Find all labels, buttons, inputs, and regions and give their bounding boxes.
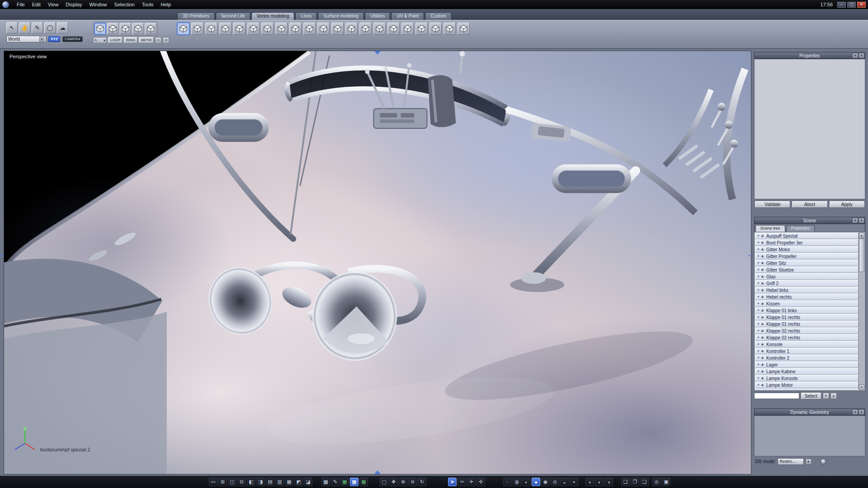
brush-icon[interactable]: ✎ bbox=[32, 22, 43, 33]
vm-tool-15-icon[interactable] bbox=[373, 23, 386, 35]
scene-tree-item[interactable]: ✦ ◉ Lampe Motor bbox=[755, 382, 859, 388]
material-icon[interactable]: ✦ bbox=[756, 268, 760, 272]
material-icon[interactable]: ✦ bbox=[756, 288, 760, 292]
grid-snap-icon[interactable]: ▦ bbox=[340, 478, 349, 486]
visibility-icon[interactable]: ◉ bbox=[760, 363, 764, 366]
layout-rows-icon[interactable]: ▤ bbox=[266, 478, 274, 486]
wireframe-icon[interactable]: ◌ bbox=[503, 478, 512, 486]
maximize-button[interactable]: ▢ bbox=[847, 2, 856, 8]
frame-selection-icon[interactable]: ▢ bbox=[380, 478, 388, 486]
paint-select-icon[interactable]: ✑ bbox=[458, 478, 466, 486]
material-icon[interactable]: ✦ bbox=[756, 322, 760, 326]
selection-object-icon[interactable] bbox=[132, 23, 144, 34]
left-splitter-arrow-icon[interactable]: ◂ bbox=[0, 253, 3, 258]
vm-tool-09-icon[interactable] bbox=[289, 23, 302, 35]
axis-constraint-icon[interactable]: ✣ bbox=[476, 478, 485, 486]
abort-button[interactable]: Abort bbox=[792, 201, 827, 208]
visibility-icon[interactable]: ◉ bbox=[760, 282, 764, 285]
material-icon[interactable]: ✦ bbox=[756, 234, 760, 238]
material-icon[interactable]: ✦ bbox=[756, 248, 760, 251]
material-icon[interactable]: ✦ bbox=[756, 343, 760, 346]
visibility-icon[interactable]: ◉ bbox=[760, 254, 764, 258]
ribbon-tab[interactable]: Utilities bbox=[365, 12, 390, 20]
visibility-icon[interactable]: ◉ bbox=[760, 275, 764, 278]
right-splitter-arrow-icon[interactable]: ▸ bbox=[749, 253, 751, 258]
select-extra-icon[interactable]: ⊙ bbox=[163, 37, 169, 43]
scene-tree-item[interactable]: ✦ ◉ Kontroller 2 bbox=[755, 355, 859, 361]
layout-three-right-icon[interactable]: ◨ bbox=[256, 478, 265, 486]
menu-item[interactable]: Help bbox=[157, 2, 175, 7]
layout-grid-icon[interactable]: ▦ bbox=[285, 478, 293, 486]
scroll-down-icon[interactable]: ▼ bbox=[859, 385, 864, 390]
dg-mode-dropdown[interactable]: Restric... bbox=[778, 458, 804, 465]
visibility-icon[interactable]: ◉ bbox=[760, 309, 764, 312]
scene-tree-item[interactable]: ✦ ◉ Gitter Sitz bbox=[755, 260, 859, 266]
zoom-out-icon[interactable]: ⊖ bbox=[408, 478, 417, 486]
vm-tool-11-icon[interactable] bbox=[317, 23, 330, 35]
visibility-icon[interactable]: ◉ bbox=[760, 322, 764, 326]
material-icon[interactable]: ✦ bbox=[756, 363, 760, 366]
visibility-icon[interactable]: ◉ bbox=[760, 248, 764, 251]
scene-tree-item[interactable]: ✦ ◉ Lampe Konsole bbox=[755, 375, 859, 381]
dg-dropdown-arrow-icon[interactable]: ▾ bbox=[806, 459, 811, 465]
hand-icon[interactable]: ✌ bbox=[19, 22, 30, 33]
visibility-icon[interactable]: ◉ bbox=[760, 329, 764, 333]
vm-tool-14-icon[interactable] bbox=[359, 23, 372, 35]
material-icon[interactable]: ✦ bbox=[756, 329, 760, 333]
vm-tool-16-icon[interactable] bbox=[387, 23, 400, 35]
scene-tree-item[interactable]: ✦ ◉ Konsole bbox=[755, 341, 859, 347]
xyz-button[interactable]: XYZ bbox=[48, 36, 60, 42]
ring-button[interactable]: RING bbox=[124, 37, 137, 43]
ribbon-tab[interactable]: Vertex modeling bbox=[251, 12, 295, 20]
scene-tab[interactable]: Scene tree bbox=[755, 225, 785, 232]
vm-tool-17-icon[interactable] bbox=[401, 23, 414, 35]
material-icon[interactable]: ✦ bbox=[756, 282, 760, 285]
range-icon[interactable]: ▭ bbox=[155, 37, 161, 43]
ribbon-tab[interactable]: Custom bbox=[425, 12, 451, 20]
layout-two-horizontal-icon[interactable]: ⊟ bbox=[237, 478, 246, 486]
validate-button[interactable]: Validate bbox=[755, 201, 790, 208]
scene-tree-item[interactable]: ✦ ◉ Klappe 01 rechts bbox=[755, 321, 859, 327]
visibility-icon[interactable]: ◉ bbox=[760, 383, 764, 387]
vm-tool-02-icon[interactable] bbox=[191, 23, 203, 35]
vm-tool-13-icon[interactable] bbox=[345, 23, 358, 35]
ribbon-tab[interactable]: UV & Paint bbox=[391, 12, 424, 20]
visibility-icon[interactable]: ◉ bbox=[760, 261, 764, 265]
construction-plane-icon[interactable]: ▩ bbox=[321, 478, 330, 486]
material-icon[interactable]: ✦ bbox=[756, 295, 760, 299]
ribbon-tab[interactable]: Surface modeling bbox=[318, 12, 364, 20]
pen-icon[interactable]: ✎ bbox=[331, 478, 340, 486]
visibility-icon[interactable]: ◉ bbox=[760, 295, 764, 299]
visibility-icon[interactable]: ◉ bbox=[760, 268, 764, 272]
material-icon[interactable]: ✦ bbox=[756, 356, 760, 360]
vm-tool-06-icon[interactable] bbox=[247, 23, 259, 35]
collapse-icon[interactable]: ▾ bbox=[852, 53, 858, 58]
minimize-button[interactable]: – bbox=[837, 2, 846, 8]
points-icon[interactable]: ◍ bbox=[513, 478, 521, 486]
xray-icon[interactable]: ◓ bbox=[570, 478, 578, 486]
vm-tool-04-icon[interactable] bbox=[219, 23, 231, 35]
scene-panel-header[interactable]: Scene ▾ ✕ bbox=[754, 217, 865, 224]
material-icon[interactable]: ✦ bbox=[756, 309, 760, 312]
close-button[interactable]: ✕ bbox=[857, 2, 866, 8]
ghost-icon[interactable]: ☁ bbox=[57, 22, 68, 33]
visibility-icon[interactable]: ◉ bbox=[760, 349, 764, 353]
material-icon[interactable]: ✦ bbox=[756, 275, 760, 278]
menu-item[interactable]: Tools bbox=[138, 2, 157, 7]
duplicate-icon[interactable]: ❏ bbox=[621, 478, 630, 486]
vm-tool-10-icon[interactable] bbox=[303, 23, 316, 35]
vm-tool-07-icon[interactable] bbox=[261, 23, 274, 35]
select-arrow-icon[interactable]: ↖ bbox=[6, 22, 18, 33]
selection-face-icon[interactable] bbox=[120, 23, 131, 34]
material-icon[interactable]: ✦ bbox=[756, 370, 760, 373]
scene-tree-item[interactable]: ✦ ◉ Hebel links bbox=[755, 287, 859, 293]
scene-tree-item[interactable]: ✦ ◉ Griff 2 bbox=[755, 280, 859, 286]
ribbon-tab[interactable]: Second Life bbox=[216, 12, 250, 20]
layout-quad-icon[interactable]: ⊞ bbox=[218, 478, 227, 486]
dg-status-sphere-icon[interactable] bbox=[821, 459, 826, 465]
grid-plane-icon[interactable]: ▦ bbox=[359, 478, 368, 486]
zoom-in-icon[interactable]: ⊕ bbox=[399, 478, 407, 486]
scene-tree-item[interactable]: ✦ ◉ Klappe 01 rechts bbox=[755, 314, 859, 320]
scrollbar-thumb[interactable] bbox=[859, 239, 864, 272]
material-icon[interactable]: ✦ bbox=[756, 241, 760, 244]
